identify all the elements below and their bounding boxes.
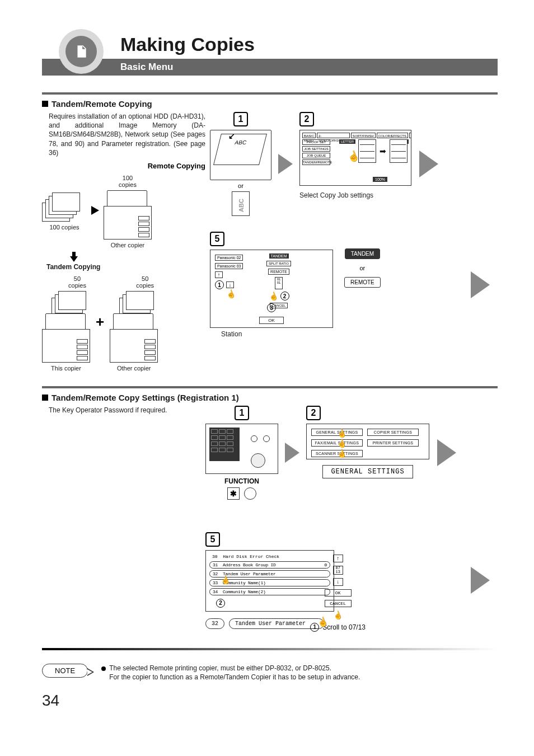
tandem-button: TANDEM — [345, 248, 380, 259]
note-label: NOTE — [42, 664, 88, 678]
scroll-up-icon: ↑ — [333, 555, 343, 562]
arrow-right-large-icon — [419, 151, 438, 177]
page-title: Making Copies — [42, 34, 498, 55]
step-number-2: 2 — [306, 406, 321, 420]
scroll-down-icon: ↓ — [226, 281, 234, 288]
step-number-1: 1 — [233, 112, 248, 126]
settings-option: PRINTER SETTINGS — [367, 439, 419, 447]
step-number-1: 1 — [235, 406, 249, 420]
callout-2: 2 — [216, 599, 225, 608]
arrow-right-large-icon — [278, 154, 293, 174]
adf-abc-label: ABC — [234, 139, 247, 145]
callout-2: 2 — [280, 292, 289, 300]
split-ratio-label: SPLIT RATIO — [266, 261, 291, 266]
step2-caption: Select Copy Job settings — [299, 191, 373, 199]
caption-100-copies: 100 copies — [49, 224, 79, 231]
lcd-paper-icon — [390, 139, 407, 163]
caption-50-copies-1: 50 copies — [68, 275, 86, 289]
bullet-square-icon — [42, 395, 48, 401]
step-1: 1 ABC ↙ or ABC — [210, 112, 271, 216]
paper-stack-illustration — [48, 289, 84, 313]
remote-copying-label: Remote Copying — [42, 162, 205, 170]
step-5: 5 Panasonic 02 Panasonic 03 ↑ 1 ↓ — [210, 232, 333, 338]
caption-100-copies-short: 100 copies — [119, 175, 137, 188]
callout-3: 3 — [267, 303, 276, 312]
pointing-hand-icon: ☝ — [332, 609, 344, 621]
arrow-down-icon — [70, 252, 78, 262]
s2-step-1: 1 FUNCTION ✱ — [205, 406, 278, 500]
pointing-hand-icon: ☝ — [225, 288, 237, 300]
platen-illustration: ABC — [232, 191, 250, 216]
header-icon — [59, 29, 104, 74]
adf-arrow-icon: ↙ — [228, 132, 235, 140]
row-num: 30 — [212, 554, 218, 559]
cancel-button: CANCEL — [325, 600, 352, 607]
caption-other-copier: Other copier — [111, 242, 145, 248]
lcd-paper-icon — [358, 139, 376, 163]
section-divider — [42, 92, 498, 95]
step-number-5: 5 — [210, 232, 224, 246]
control-panel-illustration — [205, 424, 278, 474]
bullet-square-icon — [42, 101, 48, 107]
row-num: 32 — [213, 571, 218, 576]
lcd-side-button: PROOF SET — [302, 139, 330, 145]
note-block: NOTE The selected Remote printing copier… — [42, 664, 498, 682]
remote-button: REMOTE — [344, 277, 381, 288]
lcd-arrow-icon: ➡ — [380, 147, 386, 156]
s2-step-5: 5 30 Hard Disk Error Check 31 Address Bo… — [205, 532, 334, 629]
copier-illustration — [110, 313, 158, 363]
asterisk-key-icon: ✱ — [227, 487, 240, 500]
section-heading-settings: Tandem/Remote Copy Settings (Registratio… — [42, 393, 498, 402]
remote-label: REMOTE — [268, 269, 289, 275]
arrow-right-large-icon — [437, 439, 456, 466]
section2-intro: The Key Operator Password if required. — [49, 406, 205, 415]
document-icon — [74, 44, 88, 59]
platen-abc-label: ABC — [238, 199, 245, 212]
note-line-1: The selected Remote printing copier, mus… — [109, 664, 331, 672]
section-divider — [42, 386, 498, 388]
row-num: 31 — [213, 562, 218, 567]
scroll-up-icon: ↑ — [215, 271, 223, 278]
lcd-tab: 2-SIDED/ORIGINALS — [317, 133, 350, 138]
row-num: 33 — [213, 580, 218, 585]
lcd-screen: BASIC MENU 2-SIDED/ORIGINALS SORT/FINISH… — [299, 130, 411, 186]
lcd-tab: ROTATION/OVERLAY — [409, 133, 411, 138]
section-heading-text: Tandem/Remote Copying — [51, 99, 152, 109]
or-label: or — [238, 182, 243, 189]
callout-1: 1 — [215, 280, 224, 289]
arrow-right-icon — [91, 206, 99, 215]
page-header: Making Copies Basic Menu — [42, 34, 498, 76]
scroll-down-icon: ↓ — [333, 578, 343, 586]
plus-icon: + — [96, 313, 104, 331]
lcd-side-button: JOB QUEUE — [302, 153, 330, 158]
ok-button: OK — [259, 317, 284, 324]
row-text: Address Book Group ID — [223, 562, 276, 567]
arrow-right-large-icon — [285, 443, 299, 463]
row-text: Community Name(2) — [223, 589, 266, 594]
bullet-icon — [101, 666, 106, 671]
caption-50-copies-2: 50 copies — [136, 275, 154, 289]
s2-step-2: 2 GENERAL SETTINGS COPIER SETTINGS FAX/E… — [306, 406, 429, 478]
general-settings-button: GENERAL SETTINGS — [322, 465, 413, 478]
row-text: Hard Disk Error Check — [223, 554, 279, 559]
lcd-letter-badge: LETTER — [339, 139, 355, 144]
pointing-hand-icon: ☝ — [336, 448, 348, 459]
lcd-side-button: TANDEM/REMOTE — [302, 159, 330, 165]
note-line-2: For the copier to function as a Remote/T… — [109, 673, 360, 682]
adf-illustration: ABC ↙ — [210, 130, 271, 180]
settings-screen: GENERAL SETTINGS COPIER SETTINGS FAX/EMA… — [306, 424, 429, 459]
station-item: Panasonic 03 — [215, 263, 243, 269]
page-indicator: 07 13 — [333, 566, 343, 575]
step-number-5: 5 — [205, 532, 220, 547]
ok-button: OK — [325, 589, 352, 597]
copier-illustration — [104, 190, 152, 240]
copier-illustration — [42, 313, 90, 363]
station-caption: Station — [221, 330, 242, 338]
lcd-zoom-badge: 100% — [373, 177, 387, 182]
tandem-copying-label: Tandem Copying — [46, 263, 210, 271]
pointing-hand-icon: ☝ — [267, 290, 279, 302]
section-heading-tandem-remote: Tandem/Remote Copying — [42, 99, 498, 109]
ratio-box: 0101 — [275, 277, 283, 289]
function-label: FUNCTION — [224, 477, 259, 485]
callout-number-box: 32 — [205, 618, 224, 629]
